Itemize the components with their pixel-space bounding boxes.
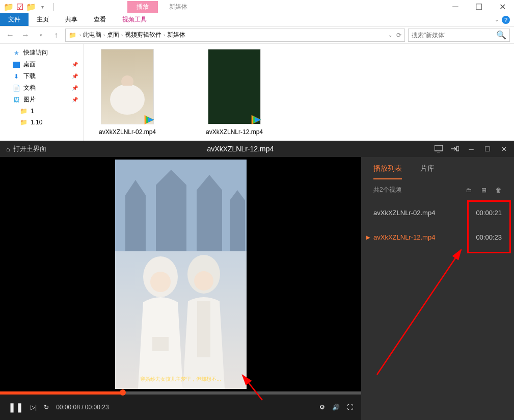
star-icon: ★ xyxy=(12,49,20,57)
nav-pictures[interactable]: 🖼图片📌 xyxy=(0,94,83,106)
player-title: avXkXZLNLr-12.mp4 xyxy=(46,145,435,153)
address-dropdown-icon[interactable]: ⌄ xyxy=(388,32,392,38)
nav-label: 1.10 xyxy=(31,119,42,126)
nav-label: 快速访问 xyxy=(23,48,48,57)
help-icon[interactable]: ? xyxy=(502,16,510,24)
open-main-label: 打开主界面 xyxy=(13,144,46,153)
file-item[interactable]: avXkXZLNLr-12.mp4 xyxy=(199,49,270,136)
pin-icon: 📌 xyxy=(72,97,78,102)
search-icon[interactable]: 🔍 xyxy=(496,30,506,40)
nav-folder-1[interactable]: 📁1 xyxy=(0,106,83,117)
close-button[interactable]: ✕ xyxy=(491,0,514,13)
video-frame: 穿婚纱去女孩儿主梦里，但却想不... xyxy=(115,160,247,389)
time-current: 00:00:08 xyxy=(56,404,80,411)
loop-button[interactable]: ↻ xyxy=(44,404,49,411)
ribbon-tab-video-tools[interactable]: 视频工具 xyxy=(114,13,155,26)
document-icon: 📄 xyxy=(12,84,20,92)
ribbon-tab-home[interactable]: 主页 xyxy=(29,13,57,26)
refresh-icon[interactable]: ⟳ xyxy=(396,32,401,39)
navigation-pane: ★快速访问 桌面📌 ⬇下载📌 📄文档📌 🖼图片📌 📁1 📁1.10 xyxy=(0,44,84,141)
close-button[interactable]: ✕ xyxy=(500,145,508,153)
svg-rect-11 xyxy=(197,301,210,357)
player-body: 穿婚纱去女孩儿主梦里，但却想不... ❚❚ ▷| ↻ 00:00:08 / 00… xyxy=(0,157,514,420)
player-title-bar: ⌂ 打开主界面 avXkXZLNLr-12.mp4 ─ ☐ ✕ xyxy=(0,141,514,157)
tab-library[interactable]: 片库 xyxy=(420,164,435,179)
svg-rect-3 xyxy=(435,145,443,151)
video-figures xyxy=(125,241,237,389)
nav-desktop[interactable]: 桌面📌 xyxy=(0,59,83,70)
folder-icon[interactable]: 📁 xyxy=(26,2,36,11)
address-bar-row: ← → ▾ ↑ 📁 › 此电脑 › 桌面 › 视频剪辑软件 › 新媒体 ⌄ ⟳ … xyxy=(0,27,514,44)
video-thumbnail xyxy=(101,49,154,124)
breadcrumb-item[interactable]: 此电脑 xyxy=(83,31,101,39)
ribbon-tab-share[interactable]: 共享 xyxy=(57,13,86,26)
chevron-right-icon: › xyxy=(164,33,165,38)
nav-quick-access[interactable]: ★快速访问 xyxy=(0,47,83,59)
video-subtitle: 穿婚纱去女孩儿主梦里，但却想不... xyxy=(140,376,221,383)
seek-bar[interactable] xyxy=(0,391,361,395)
minimize-button[interactable]: ─ xyxy=(467,145,475,153)
breadcrumb[interactable]: 📁 › 此电脑 › 桌面 › 视频剪辑软件 › 新媒体 ⌄ ⟳ xyxy=(65,29,405,42)
chevron-right-icon: › xyxy=(79,33,81,38)
open-folder-icon[interactable]: 🗀 xyxy=(466,187,472,194)
ribbon-tab-file[interactable]: 文件 xyxy=(0,13,29,26)
svg-rect-4 xyxy=(456,147,459,151)
play-context-tab[interactable]: 播放 xyxy=(127,1,158,13)
player-controls: ❚❚ ▷| ↻ 00:00:08 / 00:00:23 ⚙ 🔊 ⛶ xyxy=(0,395,361,420)
seek-handle[interactable] xyxy=(120,389,126,396)
back-button[interactable]: ← xyxy=(4,29,16,41)
playlist-panel: 播放列表 片库 共2个视频 🗀 ⊞ 🗑 avXkXZLNLr-02.mp4 00… xyxy=(361,157,514,420)
chevron-right-icon: › xyxy=(103,33,105,38)
breadcrumb-item[interactable]: 视频剪辑软件 xyxy=(125,31,161,39)
tencent-video-icon xyxy=(249,113,263,127)
tab-playlist[interactable]: 播放列表 xyxy=(373,164,402,179)
pictures-icon: 🖼 xyxy=(12,96,20,104)
nav-label: 1 xyxy=(31,108,34,115)
open-main-ui-button[interactable]: ⌂ 打开主界面 xyxy=(6,144,46,153)
new-media-title: 新媒体 xyxy=(169,3,187,11)
breadcrumb-item[interactable]: 新媒体 xyxy=(167,31,185,39)
seek-progress xyxy=(0,391,123,395)
quick-access-toolbar: 📁 ☑ 📁 ▾ | xyxy=(0,2,58,11)
qat-dropdown-icon[interactable]: ▾ xyxy=(38,2,47,11)
nav-documents[interactable]: 📄文档📌 xyxy=(0,82,83,94)
delete-icon[interactable]: 🗑 xyxy=(496,187,502,194)
desktop-icon xyxy=(13,62,20,68)
recent-dropdown[interactable]: ▾ xyxy=(35,29,47,41)
ribbon-tab-view[interactable]: 查看 xyxy=(86,13,114,26)
ribbon-expand-icon[interactable]: ⌄ xyxy=(495,17,499,22)
playlist-item-name: avXkXZLNLr-02.mp4 xyxy=(373,209,435,217)
breadcrumb-item[interactable]: 桌面 xyxy=(107,31,119,39)
cast-icon[interactable] xyxy=(435,145,443,153)
pip-icon[interactable] xyxy=(451,145,459,153)
settings-icon[interactable]: ⚙ xyxy=(319,404,325,411)
file-name: avXkXZLNLr-12.mp4 xyxy=(206,128,263,136)
playlist-count: 共2个视频 xyxy=(373,186,401,194)
add-icon[interactable]: ⊞ xyxy=(481,187,486,194)
folder-icon: 📁 xyxy=(69,32,76,39)
pin-icon: 📌 xyxy=(72,62,78,67)
pin-icon: 📌 xyxy=(72,73,78,79)
search-input[interactable] xyxy=(412,32,496,39)
playlist-item-name: avXkXZLNLr-12.mp4 xyxy=(373,233,435,241)
pause-button[interactable]: ❚❚ xyxy=(8,402,23,413)
search-box[interactable]: 🔍 xyxy=(408,29,510,42)
nav-label: 下载 xyxy=(23,72,36,81)
playlist-tabs: 播放列表 片库 xyxy=(361,157,514,179)
fullscreen-icon[interactable]: ⛶ xyxy=(347,404,353,411)
maximize-button[interactable]: ☐ xyxy=(467,0,491,13)
next-button[interactable]: ▷| xyxy=(31,404,37,411)
maximize-button[interactable]: ☐ xyxy=(483,145,492,153)
nav-folder-110[interactable]: 📁1.10 xyxy=(0,117,83,128)
save-icon[interactable]: ☑ xyxy=(15,2,24,11)
nav-downloads[interactable]: ⬇下载📌 xyxy=(0,70,83,82)
forward-button[interactable]: → xyxy=(19,29,32,41)
folder-icon[interactable]: 📁 xyxy=(4,2,13,11)
volume-icon[interactable]: 🔊 xyxy=(332,404,340,411)
file-name: avXkXZLNLr-02.mp4 xyxy=(99,128,156,136)
video-background xyxy=(115,160,247,251)
file-item[interactable]: avXkXZLNLr-02.mp4 xyxy=(92,49,163,136)
up-button[interactable]: ↑ xyxy=(50,29,62,41)
minimize-button[interactable]: ─ xyxy=(444,0,467,13)
video-area[interactable]: 穿婚纱去女孩儿主梦里，但却想不... xyxy=(0,157,361,391)
